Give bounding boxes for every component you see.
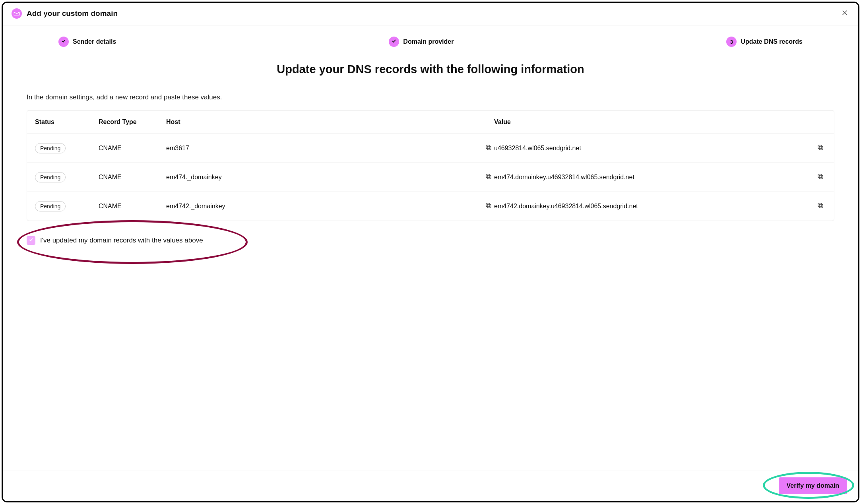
value-cell: u46932814.wl065.sendgrid.net xyxy=(494,145,802,152)
copy-icon xyxy=(485,173,492,182)
value-cell: em474.domainkey.u46932814.wl065.sendgrid… xyxy=(494,174,802,181)
host-cell: em474._domainkey xyxy=(166,174,474,181)
copy-icon xyxy=(817,173,824,182)
host-cell: em4742._domainkey xyxy=(166,203,474,210)
svg-rect-11 xyxy=(818,203,822,207)
confirm-label-text: I've updated my domain records with the … xyxy=(40,236,203,244)
dialog-header: Add your custom domain xyxy=(3,3,858,25)
copy-value-button[interactable] xyxy=(815,172,826,183)
copy-host-button[interactable] xyxy=(483,172,494,183)
dialog-title: Add your custom domain xyxy=(27,9,840,18)
col-header-value: Value xyxy=(494,118,802,126)
close-icon xyxy=(841,9,848,18)
copy-icon xyxy=(485,144,492,153)
copy-value-button[interactable] xyxy=(815,201,826,212)
host-cell: em3617 xyxy=(166,145,474,152)
status-badge: Pending xyxy=(35,172,66,182)
check-icon xyxy=(391,38,397,45)
table-row: Pending CNAME em3617 u46932814.wl065.sen… xyxy=(27,134,834,163)
record-type-cell: CNAME xyxy=(99,174,166,181)
step-update-dns[interactable]: 3 Update DNS records xyxy=(726,37,803,47)
step-3-number: 3 xyxy=(730,39,733,45)
step-2-circle xyxy=(389,37,399,47)
svg-rect-8 xyxy=(487,204,491,208)
svg-rect-2 xyxy=(819,146,823,150)
verify-domain-button[interactable]: Verify my domain xyxy=(779,477,847,494)
step-3-circle: 3 xyxy=(726,37,737,47)
svg-rect-5 xyxy=(486,174,490,178)
close-button[interactable] xyxy=(840,9,849,18)
stepper: Sender details Domain provider 3 Update … xyxy=(27,37,834,47)
stepper-line xyxy=(125,42,380,42)
confirm-checkbox-label[interactable]: I've updated my domain records with the … xyxy=(27,236,834,245)
value-cell: em4742.domainkey.u46932814.wl065.sendgri… xyxy=(494,203,802,210)
copy-icon xyxy=(485,202,492,211)
copy-icon xyxy=(817,202,824,211)
table-row: Pending CNAME em4742._domainkey em4742.d… xyxy=(27,192,834,221)
dialog-footer: Verify my domain xyxy=(3,471,858,501)
page-heading: Update your DNS records with the followi… xyxy=(27,63,834,76)
app-logo-icon xyxy=(12,8,22,19)
dialog-body: Sender details Domain provider 3 Update … xyxy=(3,25,858,471)
svg-rect-4 xyxy=(487,175,491,179)
table-header-row: Status Record Type Host Value xyxy=(27,110,834,134)
svg-rect-7 xyxy=(818,174,822,178)
step-1-circle xyxy=(58,37,69,47)
confirm-row: I've updated my domain records with the … xyxy=(27,234,834,265)
record-type-cell: CNAME xyxy=(99,203,166,210)
svg-rect-3 xyxy=(818,145,822,149)
record-type-cell: CNAME xyxy=(99,145,166,152)
status-badge: Pending xyxy=(35,143,66,153)
step-2-label: Domain provider xyxy=(403,38,454,45)
step-1-label: Sender details xyxy=(73,38,116,45)
svg-rect-0 xyxy=(487,146,491,150)
check-icon xyxy=(28,237,34,244)
dns-records-table: Status Record Type Host Value Pending CN… xyxy=(27,110,834,221)
stepper-line xyxy=(462,42,718,42)
step-3-label: Update DNS records xyxy=(741,38,803,45)
svg-rect-6 xyxy=(819,175,823,179)
col-header-host: Host xyxy=(166,118,474,126)
col-header-record-type: Record Type xyxy=(99,118,166,126)
svg-rect-9 xyxy=(486,203,490,207)
svg-rect-10 xyxy=(819,204,823,208)
step-sender-details[interactable]: Sender details xyxy=(58,37,116,47)
page-instruction: In the domain settings, add a new record… xyxy=(27,93,834,101)
confirm-checkbox[interactable] xyxy=(27,236,35,245)
check-icon xyxy=(61,38,66,45)
copy-icon xyxy=(817,144,824,153)
col-header-status: Status xyxy=(35,118,99,126)
dialog-frame: Add your custom domain Sender details Do… xyxy=(2,2,859,502)
status-badge: Pending xyxy=(35,201,66,211)
table-row: Pending CNAME em474._domainkey em474.dom… xyxy=(27,163,834,192)
copy-host-button[interactable] xyxy=(483,143,494,154)
step-domain-provider[interactable]: Domain provider xyxy=(389,37,454,47)
copy-host-button[interactable] xyxy=(483,201,494,212)
svg-rect-1 xyxy=(486,145,490,149)
copy-value-button[interactable] xyxy=(815,143,826,154)
